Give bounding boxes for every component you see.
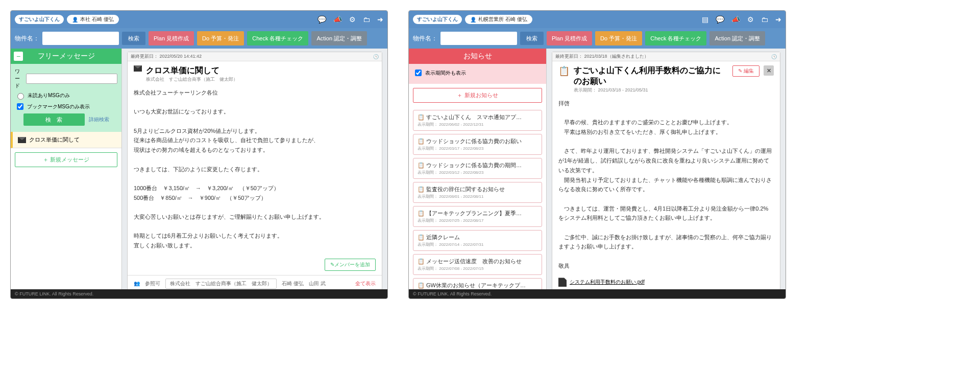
- message-card: 最終更新日： 2022/05/20 14:41:42🕓 クロス単価に関して 株式…: [127, 52, 382, 289]
- do-button[interactable]: Do 予算・発注: [595, 31, 642, 45]
- app-logo: すごいよ山下くん: [413, 15, 462, 24]
- notice-list-item[interactable]: 📋 すごいよ山下くん スマホ通知アプ…表示期間： 2022/06/02 - 20…: [413, 110, 542, 131]
- notice-list-item[interactable]: 📋 監査役の辞任に関するお知らせ表示期間： 2022/08/01 - 2022/…: [413, 182, 542, 203]
- people-icon: 👥: [134, 281, 140, 286]
- announce-icon[interactable]: 📣: [333, 15, 342, 24]
- logout-icon[interactable]: ➜: [377, 15, 383, 24]
- bookmark-check[interactable]: [17, 103, 23, 110]
- envelope-icon: [134, 65, 142, 72]
- add-member-button[interactable]: ✎メンバーを追加: [325, 259, 376, 271]
- app-message: すごいよ山下くん 👤 本社 石崎 優弘 💬 📣 ⚙ 🗀 ➜ 物件名： 検索 Pl…: [10, 10, 388, 299]
- logout-icon[interactable]: ➜: [775, 15, 781, 24]
- notice-list-item[interactable]: 📋 ウッドショックに係る協力費の期間…表示期間： 2022/03/12 - 20…: [413, 158, 542, 179]
- do-button[interactable]: Do 予算・発注: [197, 31, 244, 45]
- plan-button[interactable]: Plan 見積作成: [149, 31, 194, 45]
- sidebar: お知らせ 表示期間外も表示 ＋ 新規お知らせ 📋 すごいよ山下くん スマホ通知ア…: [409, 49, 547, 289]
- notice-list-item[interactable]: 📋 近隣クレーム表示期間： 2022/07/14 - 2022/07/31: [413, 230, 542, 251]
- header: すごいよ山下くん 👤 札幌営業所 石崎 優弘 ▤ 💬 📣 ⚙ 🗀 ➜: [409, 11, 786, 28]
- notice-list-item[interactable]: 📋 メッセージ送信速度 改善のお知らせ表示期間： 2022/07/08 - 20…: [413, 254, 542, 275]
- filter-panel: 表示期間外も表示: [409, 64, 546, 84]
- notice-title: すごいよ山下くん利用手数料のご協力にのお願い: [574, 65, 728, 87]
- file-icon: [558, 278, 567, 287]
- user-chip[interactable]: 👤 札幌営業所 石崎 優弘: [465, 15, 532, 24]
- main-content: 最終更新日： 2022/05/20 14:41:42🕓 クロス単価に関して 株式…: [122, 49, 387, 289]
- footer: © FUTURE LINK. All Rights Reserved.: [11, 289, 387, 298]
- message-title: クロス単価に関して: [146, 65, 376, 76]
- notice-list-item[interactable]: 📋 【アーキテックプランニング】夏季…表示期間： 2022/07/25 - 20…: [413, 206, 542, 227]
- notice-card: 最終更新日： 2021/03/18（編集されました）🕓 📋 すごいよ山下くん利用…: [552, 52, 780, 289]
- chat-icon[interactable]: 💬: [716, 15, 724, 24]
- unread-radio[interactable]: [17, 93, 24, 100]
- topbar: 物件名： 検索 Plan 見積作成 Do 予算・発注 Check 各種チェック …: [409, 28, 786, 49]
- action-button[interactable]: Action 認定・調整: [311, 31, 367, 45]
- app-notice: すごいよ山下くん 👤 札幌営業所 石崎 優弘 ▤ 💬 📣 ⚙ 🗀 ➜ 物件名： …: [408, 10, 786, 299]
- property-search-input[interactable]: [440, 32, 517, 45]
- clock-icon: 🕓: [373, 54, 379, 59]
- chat-icon[interactable]: 💬: [317, 15, 326, 24]
- show-out-check[interactable]: [415, 70, 422, 76]
- notice-body: 拝啓 早春の候、貴社のますますのご盛栄のこととお慶び申し上げます。 平素は格別の…: [552, 96, 780, 275]
- new-notice-button[interactable]: ＋ 新規お知らせ: [413, 88, 542, 103]
- header: すごいよ山下くん 👤 本社 石崎 優弘 💬 📣 ⚙ 🗀 ➜: [11, 11, 387, 28]
- action-button[interactable]: Action 認定・調整: [709, 31, 765, 45]
- search-button[interactable]: 検索: [520, 32, 544, 45]
- edit-button[interactable]: ✎ 編集: [732, 65, 760, 77]
- gear-icon[interactable]: ⚙: [349, 15, 356, 24]
- attachment[interactable]: システム利用手数料のお願い.pdf: [558, 278, 774, 287]
- footer: © FUTURE LINK. All Rights Reserved.: [409, 289, 786, 298]
- keyword-input[interactable]: [26, 74, 117, 84]
- announce-icon[interactable]: 📣: [731, 15, 740, 24]
- filter-search-button[interactable]: 検 索: [23, 113, 85, 126]
- folder-icon[interactable]: 🗀: [761, 15, 768, 24]
- collapse-icon[interactable]: −: [14, 52, 23, 61]
- clipboard-icon: 📋: [558, 65, 570, 77]
- notice-list-item[interactable]: 📋 ウッドショックに係る協力費のお願い表示期間： 2022/03/17 - 20…: [413, 134, 542, 155]
- message-body: 株式会社フューチャーリンク各位 いつも大変お世話になっております。 5月よりビニ…: [128, 85, 382, 256]
- sidebar-title: − フリーメッセージ: [11, 49, 121, 64]
- doc-icon[interactable]: ▤: [702, 15, 708, 24]
- notice-list-item[interactable]: 📋 GW休業のお知らせ（アーキテックプ…表示期間： 2022/04/23 - 2…: [413, 278, 542, 289]
- envelope-icon: [18, 137, 26, 143]
- search-label: 物件名：: [15, 34, 39, 43]
- app-logo: すごいよ山下くん: [15, 15, 64, 24]
- show-all-link[interactable]: 全て表示: [355, 280, 376, 287]
- user-chip[interactable]: 👤 本社 石崎 優弘: [67, 15, 119, 24]
- new-message-button[interactable]: ＋ 新規メッセージ: [15, 152, 117, 167]
- sidebar-title: お知らせ: [409, 49, 546, 64]
- close-icon[interactable]: ✕: [764, 65, 774, 76]
- notice-list: 📋 すごいよ山下くん スマホ通知アプ…表示期間： 2022/06/02 - 20…: [409, 107, 546, 289]
- search-button[interactable]: 検索: [122, 32, 145, 45]
- plan-button[interactable]: Plan 見積作成: [547, 31, 592, 45]
- clock-icon: 🕓: [771, 54, 777, 59]
- check-button[interactable]: Check 各種チェック: [247, 31, 308, 45]
- search-label: 物件名：: [413, 34, 437, 43]
- topbar: 物件名： 検索 Plan 見積作成 Do 予算・発注 Check 各種チェック …: [11, 28, 387, 49]
- gear-icon[interactable]: ⚙: [747, 15, 754, 24]
- check-button[interactable]: Check 各種チェック: [645, 31, 706, 45]
- folder-icon[interactable]: 🗀: [363, 15, 370, 24]
- filter-panel: ワード 未読ありMSGのみ ブックマークMSGのみ表示 検 索 詳細検索: [11, 64, 121, 132]
- detail-search-link[interactable]: 詳細検索: [89, 116, 109, 123]
- header-icons: 💬 📣 ⚙ 🗀 ➜: [317, 15, 383, 24]
- property-search-input[interactable]: [42, 32, 119, 45]
- header-icons: ▤ 💬 📣 ⚙ 🗀 ➜: [702, 15, 781, 24]
- message-list-item[interactable]: クロス単価に関して: [11, 132, 121, 148]
- main-content: 最終更新日： 2021/03/18（編集されました）🕓 📋 すごいよ山下くん利用…: [547, 49, 786, 289]
- sidebar: − フリーメッセージ ワード 未読ありMSGのみ ブックマークMSGのみ表示 検…: [11, 49, 122, 289]
